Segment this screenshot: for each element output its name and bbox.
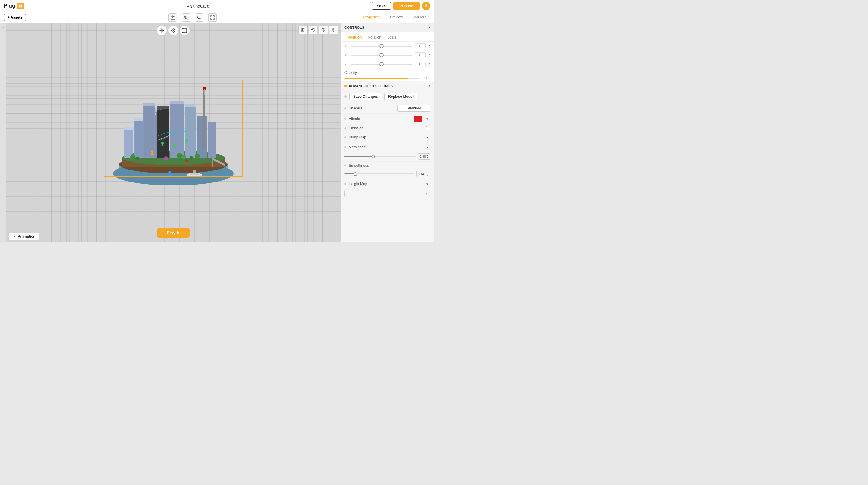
metalness-row: Metalness ▾ — [341, 142, 434, 152]
smoothness-row: Smoothness — [341, 161, 434, 170]
x-down-arrow[interactable]: ▼ — [428, 47, 430, 49]
smoothness-slider-row: 0.141 ▲ ▼ — [341, 170, 434, 179]
shaders-dot — [344, 107, 346, 109]
move-tool[interactable] — [157, 25, 167, 36]
logo-icon — [17, 3, 24, 9]
y-axis-slider[interactable] — [350, 55, 412, 56]
advanced-dot-icon — [344, 85, 347, 87]
fullscreen-icon[interactable] — [208, 13, 217, 22]
avatar[interactable] — [422, 2, 430, 10]
replace-model-button[interactable]: Replace Model — [384, 93, 417, 101]
z-axis-label: Z — [344, 62, 348, 66]
z-axis-slider[interactable] — [350, 64, 412, 65]
shaders-value[interactable]: Standard — [397, 105, 430, 112]
emission-label: Emission — [349, 126, 424, 130]
z-axis-row: Z 0 ▲ ▼ — [341, 60, 434, 69]
tab-markers[interactable]: Markers — [409, 13, 430, 22]
y-down-arrow[interactable]: ▼ — [428, 56, 430, 58]
publish-button[interactable]: Publish — [393, 2, 420, 10]
tab-scale[interactable]: Scale — [384, 34, 399, 41]
y-up-arrow[interactable]: ▲ — [428, 53, 430, 55]
metalness-down[interactable]: ▼ — [427, 156, 429, 159]
tab-properties[interactable]: Properties — [359, 13, 384, 22]
z-axis-value[interactable]: 0 — [415, 61, 426, 67]
advanced-chevron-icon: ▾ — [429, 84, 430, 88]
panel-tabs: Properties Preview Markers — [359, 13, 430, 22]
controls-section: CONTROLS ▾ Position Rotation Scale X 0 ▲… — [341, 23, 434, 81]
animation-bar[interactable]: ▼ Animation — [8, 233, 39, 240]
save-replace-row: Save Changes Replace Model — [341, 90, 434, 103]
z-down-arrow[interactable]: ▼ — [428, 64, 430, 67]
right-panel: CONTROLS ▾ Position Rotation Scale X 0 ▲… — [341, 23, 434, 242]
controls-header[interactable]: CONTROLS ▾ — [341, 23, 434, 32]
tab-rotation[interactable]: Rotation — [365, 34, 384, 41]
height-map-dropdown-icon[interactable]: ▾ — [424, 181, 430, 187]
smoothness-down[interactable]: ▼ — [427, 174, 429, 176]
select-tool[interactable] — [168, 25, 179, 36]
albedo-dot — [344, 118, 346, 120]
prs-tabs: Position Rotation Scale — [341, 32, 434, 41]
metalness-dot — [344, 146, 346, 148]
smoothness-value: 0.141 ▲ ▼ — [416, 171, 430, 177]
viewport[interactable]: Play ▼ Animation — [6, 23, 341, 242]
z-axis-spinners: ▲ ▼ — [428, 62, 430, 67]
snap-action[interactable] — [319, 25, 328, 34]
svg-rect-0 — [19, 4, 23, 8]
animation-chevron-icon: ▼ — [12, 234, 16, 238]
opacity-slider[interactable] — [344, 78, 420, 79]
y-axis-row: Y 0 ▲ ▼ — [341, 51, 434, 60]
advanced-header-left: ADVANCED 3D SETTINGS — [344, 84, 393, 88]
settings-action[interactable] — [329, 25, 338, 34]
svg-rect-32 — [104, 80, 243, 176]
metalness-up[interactable]: ▲ — [427, 154, 429, 156]
bump-map-label: Bump Map — [349, 135, 384, 139]
metalness-slider[interactable] — [344, 156, 415, 157]
y-axis-value[interactable]: 0 — [415, 53, 426, 58]
save-changes-dot — [344, 95, 347, 98]
emission-checkbox[interactable] — [426, 126, 430, 130]
svg-point-26 — [323, 29, 324, 30]
delete-action[interactable] — [299, 25, 307, 34]
height-map-selector: ▾ — [341, 189, 434, 199]
albedo-dropdown-icon[interactable]: ▾ — [424, 116, 430, 122]
svg-line-10 — [200, 18, 201, 19]
smoothness-up[interactable]: ▲ — [427, 172, 429, 174]
viewport-tools — [157, 25, 190, 36]
zoom-in-icon[interactable] — [182, 13, 190, 22]
x-up-arrow[interactable]: ▲ — [428, 44, 430, 46]
x-axis-value[interactable]: 0 — [415, 44, 426, 49]
save-button[interactable]: Save — [372, 2, 391, 10]
bump-map-dropdown-icon[interactable]: ▾ — [424, 134, 430, 140]
advanced-section: ADVANCED 3D SETTINGS ▾ Save Changes Repl… — [341, 81, 434, 199]
tab-position[interactable]: Position — [344, 34, 365, 41]
smoothness-label: Smoothness — [349, 164, 430, 168]
save-changes-button[interactable]: Save Changes — [349, 93, 382, 101]
undo-action[interactable] — [309, 25, 318, 34]
controls-title: CONTROLS — [344, 26, 364, 29]
smoothness-slider[interactable] — [344, 173, 414, 174]
document-title: VisitingCard — [187, 4, 209, 8]
top-bar: Plug VisitingCard Save Publish — [0, 0, 434, 12]
assets-area: + Assets — [4, 14, 26, 21]
metalness-dropdown-icon[interactable]: ▾ — [424, 144, 430, 150]
advanced-header[interactable]: ADVANCED 3D SETTINGS ▾ — [341, 81, 434, 90]
opacity-row: Opacity: 255 — [341, 69, 434, 81]
height-map-dropdown[interactable]: ▾ — [344, 190, 430, 197]
height-map-label: Height Map — [349, 182, 384, 186]
shaders-label: Shaders — [349, 106, 395, 110]
albedo-color-swatch[interactable] — [413, 116, 422, 122]
tab-preview[interactable]: Preview — [386, 13, 407, 22]
upload-icon[interactable]: 24 — [168, 13, 177, 22]
zoom-out-icon[interactable] — [195, 13, 204, 22]
top-bar-actions: Save Publish — [372, 2, 430, 10]
opacity-slider-row: 255 — [344, 76, 430, 80]
z-up-arrow[interactable]: ▲ — [428, 62, 430, 64]
assets-button[interactable]: + Assets — [4, 14, 26, 21]
left-panel-toggle[interactable]: » — [0, 23, 6, 242]
play-button[interactable]: Play — [157, 228, 190, 238]
transform-tool[interactable] — [180, 25, 190, 36]
height-map-dot — [344, 183, 346, 185]
svg-point-3 — [425, 4, 427, 7]
x-axis-slider[interactable] — [350, 46, 412, 47]
opacity-label: Opacity: — [344, 70, 430, 75]
